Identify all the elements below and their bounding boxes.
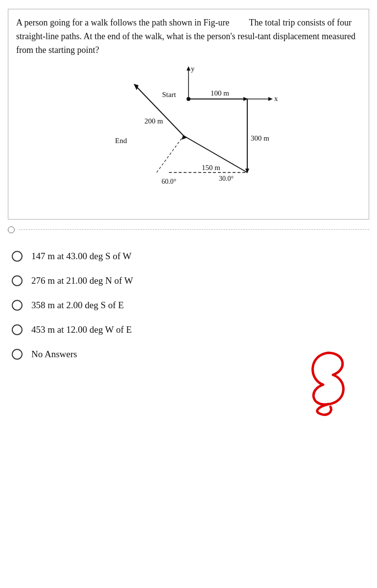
option-row-D[interactable]: 453 m at 12.00 deg W of E xyxy=(12,324,365,335)
diagram-container: y x Start 100 m xyxy=(86,62,291,214)
dist-150-label: 150 m xyxy=(202,164,220,172)
option-label-D: 453 m at 12.00 deg W of E xyxy=(31,324,132,335)
svg-marker-3 xyxy=(268,97,273,101)
option-label-E: No Answers xyxy=(31,349,77,360)
radio-C[interactable] xyxy=(12,300,23,311)
red-annotation xyxy=(301,348,350,419)
red-annotation-svg xyxy=(301,348,350,416)
svg-line-11 xyxy=(135,85,184,136)
radio-B[interactable] xyxy=(12,275,23,286)
svg-line-13 xyxy=(157,136,184,172)
option-label-A: 147 m at 43.00 deg S of W xyxy=(31,251,131,262)
end-label: End xyxy=(115,137,127,145)
figure-area: y x Start 100 m xyxy=(16,57,361,219)
path-diagram: y x Start 100 m xyxy=(86,62,291,214)
start-label: Start xyxy=(162,91,176,98)
dist-100-label: 100 m xyxy=(211,89,229,97)
svg-marker-1 xyxy=(187,66,190,71)
option-unselected-small xyxy=(8,226,15,233)
y-axis-label: y xyxy=(191,65,195,73)
x-axis-label: x xyxy=(274,95,278,102)
option-row-B[interactable]: 276 m at 21.00 deg N of W xyxy=(12,275,365,286)
question-text: A person going for a walk follows the pa… xyxy=(16,16,361,57)
angle-60-label: 60.0° xyxy=(162,178,176,185)
angle-30-label: 30.0° xyxy=(219,175,234,182)
option-row-A[interactable]: 147 m at 43.00 deg S of W xyxy=(12,251,365,262)
option-label-C: 358 m at 2.00 deg S of E xyxy=(31,300,124,311)
dist-300-label: 300 m xyxy=(251,134,269,142)
svg-marker-10 xyxy=(182,135,187,140)
dist-200-label: 200 m xyxy=(144,117,163,125)
svg-marker-12 xyxy=(134,84,139,90)
radio-A[interactable] xyxy=(12,251,23,262)
radio-D[interactable] xyxy=(12,324,23,335)
options-area: 147 m at 43.00 deg S of W 276 m at 21.00… xyxy=(12,251,365,360)
radio-E[interactable] xyxy=(12,349,23,360)
option-label-B: 276 m at 21.00 deg N of W xyxy=(31,275,133,286)
question-box: A person going for a walk follows the pa… xyxy=(8,9,369,220)
option-row-C[interactable]: 358 m at 2.00 deg S of E xyxy=(12,300,365,311)
svg-marker-7 xyxy=(245,169,249,173)
